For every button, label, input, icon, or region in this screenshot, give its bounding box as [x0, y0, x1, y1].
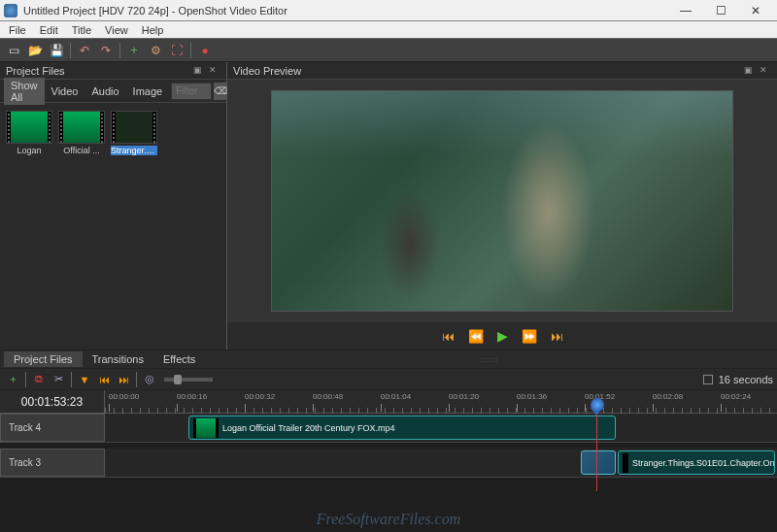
track-4-header[interactable]: Track 4: [0, 414, 105, 442]
tab-transitions[interactable]: Transitions: [83, 351, 153, 367]
next-marker-icon[interactable]: ⏭: [115, 371, 132, 388]
playhead-marker-icon[interactable]: [591, 398, 604, 412]
thumbnail-grid: Logan Official ... Stranger.Things....: [0, 103, 226, 163]
timeline-ruler[interactable]: 00:00:0000:00:1600:00:3200:00:4800:01:04…: [105, 390, 777, 413]
close-button[interactable]: ✕: [744, 3, 767, 18]
thumb-logan[interactable]: Logan: [6, 111, 52, 155]
ruler-tick: 00:00:48: [313, 392, 343, 401]
jump-start-icon[interactable]: ⏮: [442, 329, 455, 344]
menu-view[interactable]: View: [98, 24, 135, 36]
panel-title-video-preview: Video Preview: [233, 65, 301, 77]
open-project-icon[interactable]: 📂: [25, 41, 45, 60]
watermark-text: FreeSoftwareFiles.com: [317, 511, 461, 528]
video-preview-panel: Video Preview ▣ ✕ ⏮ ⏪ ▶ ⏩ ⏭: [227, 62, 777, 349]
preview-undock-icon[interactable]: ▣: [744, 65, 756, 77]
thumb-stranger-things[interactable]: Stranger.Things....: [111, 111, 157, 155]
play-icon[interactable]: ▶: [497, 328, 508, 344]
redo-icon[interactable]: ↷: [96, 41, 116, 60]
ruler-tick: 00:01:20: [449, 392, 479, 401]
track-3: Track 3 Stranger.Things.S01E01.Chapter.O…: [0, 449, 777, 478]
filter-image[interactable]: Image: [126, 83, 170, 99]
filter-show-all[interactable]: Show All: [4, 78, 45, 105]
thumb-official[interactable]: Official ...: [58, 111, 105, 155]
project-files-panel: Project Files ▣ ✕ Show All Video Audio I…: [0, 62, 227, 349]
menu-bar: File Edit Title View Help: [0, 21, 777, 39]
clip-logan[interactable]: Logan Official Trailer 20th Century FOX.…: [188, 416, 616, 440]
snap-icon[interactable]: ⧉: [30, 371, 48, 388]
maximize-button[interactable]: ☐: [709, 3, 732, 18]
profiles-icon[interactable]: ⚙: [146, 41, 165, 60]
snap-checkbox[interactable]: [703, 375, 713, 384]
window-title: Untitled Project [HDV 720 24p] - OpenSho…: [23, 5, 674, 17]
timeline-toolbar: ＋ ⧉ ✂ ▼ ⏮ ⏭ ◎ 16 seconds: [0, 369, 777, 390]
timeline-tracks: Track 4 Logan Official Trailer 20th Cent…: [0, 414, 777, 478]
panel-close-icon[interactable]: ✕: [209, 65, 220, 77]
track-4: Track 4 Logan Official Trailer 20th Cent…: [0, 414, 777, 443]
filter-input[interactable]: [171, 83, 212, 100]
main-toolbar: ▭ 📂 💾 ↶ ↷ ＋ ⚙ ⛶ ●: [0, 39, 777, 62]
ruler-tick: 00:00:16: [177, 392, 207, 401]
ruler-tick: 00:02:08: [653, 392, 683, 401]
ruler-tick: 00:01:36: [517, 392, 547, 401]
filter-row: Show All Video Audio Image ⌫: [0, 80, 226, 103]
add-track-icon[interactable]: ＋: [4, 371, 21, 388]
tab-project-files[interactable]: Project Files: [4, 351, 83, 367]
undo-icon[interactable]: ↶: [75, 41, 94, 60]
track-4-body[interactable]: Logan Official Trailer 20th Century FOX.…: [105, 414, 777, 442]
preview-close-icon[interactable]: ✕: [760, 65, 771, 77]
filter-video[interactable]: Video: [45, 83, 85, 99]
prev-marker-icon[interactable]: ⏮: [95, 371, 113, 388]
minimize-button[interactable]: —: [674, 3, 697, 18]
rewind-icon[interactable]: ⏪: [468, 329, 484, 344]
ruler-tick: 00:01:04: [381, 392, 411, 401]
filter-clear-icon[interactable]: ⌫: [214, 83, 227, 100]
ruler-tick: 00:00:00: [109, 392, 139, 401]
new-project-icon[interactable]: ▭: [4, 41, 23, 60]
menu-help[interactable]: Help: [135, 24, 171, 36]
track-3-header[interactable]: Track 3: [0, 449, 105, 477]
ruler-tick: 00:00:32: [245, 392, 275, 401]
zoom-slider[interactable]: [164, 378, 213, 382]
import-files-icon[interactable]: ＋: [124, 41, 144, 60]
playhead-line[interactable]: [596, 414, 597, 491]
title-bar: Untitled Project [HDV 720 24p] - OpenSho…: [0, 0, 777, 21]
ruler-tick: 00:02:24: [721, 392, 751, 401]
app-logo-icon: [4, 4, 17, 17]
menu-title[interactable]: Title: [65, 24, 98, 36]
preview-frame: [271, 90, 733, 312]
jump-end-icon[interactable]: ⏭: [551, 329, 563, 344]
fullscreen-icon[interactable]: ⛶: [167, 41, 186, 60]
clip-stranger-things[interactable]: Stranger.Things.S01E01.Chapter.One.The.V…: [618, 450, 775, 475]
export-icon[interactable]: ●: [195, 41, 215, 60]
panel-undock-icon[interactable]: ▣: [193, 65, 205, 77]
menu-file[interactable]: File: [2, 24, 33, 36]
clip-transition[interactable]: [581, 450, 616, 475]
timeline-ruler-row: 00:01:53:23 00:00:0000:00:1600:00:3200:0…: [0, 390, 777, 414]
track-3-body[interactable]: Stranger.Things.S01E01.Chapter.One.The.V…: [105, 449, 777, 477]
timecode-display: 00:01:53:23: [0, 390, 105, 413]
preview-area: [227, 80, 777, 322]
save-project-icon[interactable]: 💾: [47, 41, 66, 60]
fast-forward-icon[interactable]: ⏩: [522, 329, 537, 344]
lower-tabs: Project Files Transitions Effects ::::::: [0, 349, 777, 369]
splitter-grip[interactable]: ::::::: [205, 355, 773, 364]
razor-icon[interactable]: ✂: [50, 371, 67, 388]
zoom-duration-label: 16 seconds: [719, 374, 773, 385]
menu-edit[interactable]: Edit: [33, 24, 65, 36]
panel-title-project-files: Project Files: [6, 65, 65, 77]
marker-prev-icon[interactable]: ▼: [76, 371, 93, 388]
center-playhead-icon[interactable]: ◎: [141, 371, 158, 388]
tab-effects[interactable]: Effects: [153, 351, 205, 367]
transport-controls: ⏮ ⏪ ▶ ⏩ ⏭: [227, 322, 777, 349]
filter-audio[interactable]: Audio: [84, 83, 125, 99]
